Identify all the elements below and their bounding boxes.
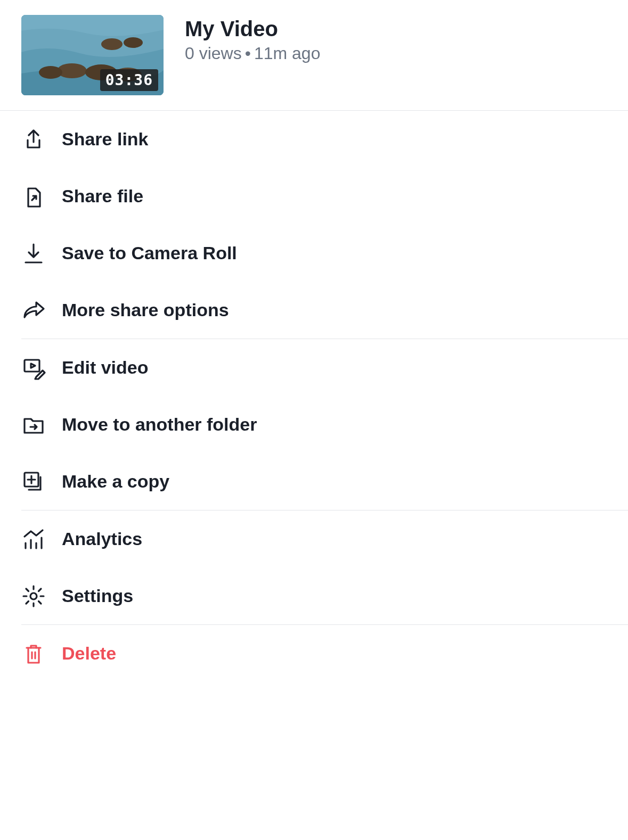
copy-plus-icon	[21, 470, 46, 494]
menu-group-danger: Delete	[21, 625, 628, 682]
share-file-item[interactable]: Share file	[21, 168, 628, 225]
delete-item[interactable]: Delete	[21, 625, 628, 682]
save-camera-roll-label: Save to Camera Roll	[62, 243, 237, 263]
video-views: 0 views	[185, 44, 242, 63]
menu-group-edit: Edit video Move to another folder Make a…	[21, 339, 628, 510]
share-file-label: Share file	[62, 186, 143, 207]
video-thumbnail[interactable]: 03:36	[21, 15, 164, 95]
video-header: 03:36 My Video 0 views•11m ago	[0, 0, 628, 110]
gear-icon	[21, 584, 46, 608]
video-title-block: My Video 0 views•11m ago	[185, 15, 320, 63]
menu-group-share: Share link Share file Save to Camera Rol…	[21, 111, 628, 339]
folder-move-icon	[21, 413, 46, 437]
download-icon	[21, 241, 46, 266]
save-camera-roll-item[interactable]: Save to Camera Roll	[21, 225, 628, 282]
edit-video-item[interactable]: Edit video	[21, 339, 628, 396]
make-copy-item[interactable]: Make a copy	[21, 453, 628, 510]
share-up-icon	[21, 127, 46, 152]
analytics-icon	[21, 527, 46, 551]
subtitle-separator: •	[242, 44, 254, 63]
analytics-item[interactable]: Analytics	[21, 510, 628, 567]
edit-video-icon	[21, 356, 46, 380]
settings-item[interactable]: Settings	[21, 567, 628, 624]
make-copy-label: Make a copy	[62, 471, 169, 492]
delete-label: Delete	[62, 643, 116, 664]
video-subtitle: 0 views•11m ago	[185, 44, 320, 63]
action-menu: Share link Share file Save to Camera Rol…	[0, 110, 628, 682]
svg-point-4	[39, 66, 62, 79]
more-share-item[interactable]: More share options	[21, 282, 628, 339]
video-age: 11m ago	[254, 44, 321, 63]
file-share-icon	[21, 184, 46, 209]
move-folder-label: Move to another folder	[62, 414, 257, 435]
settings-label: Settings	[62, 586, 133, 606]
menu-group-meta: Analytics Settings	[21, 510, 628, 625]
share-arrow-icon	[21, 298, 46, 323]
trash-icon	[21, 641, 46, 666]
share-link-label: Share link	[62, 129, 149, 150]
more-share-label: More share options	[62, 300, 229, 320]
video-duration-badge: 03:36	[100, 69, 158, 91]
video-title: My Video	[185, 17, 320, 40]
edit-video-label: Edit video	[62, 357, 148, 378]
svg-point-5	[101, 38, 123, 50]
share-link-item[interactable]: Share link	[21, 111, 628, 168]
svg-point-6	[124, 37, 143, 48]
move-folder-item[interactable]: Move to another folder	[21, 396, 628, 453]
svg-rect-7	[25, 360, 39, 372]
svg-point-9	[30, 593, 37, 599]
analytics-label: Analytics	[62, 529, 142, 549]
